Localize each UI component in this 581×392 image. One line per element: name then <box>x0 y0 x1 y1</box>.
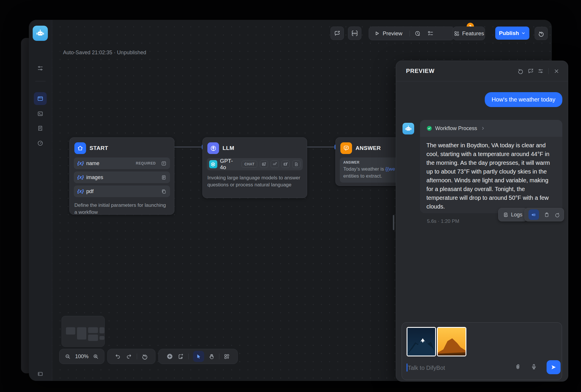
restart-icon <box>517 68 524 74</box>
copy-button[interactable] <box>544 212 550 218</box>
restart-conversation-button[interactable] <box>516 66 526 76</box>
monitor-icon <box>37 140 43 146</box>
start-field-pdf[interactable]: {x} pdf <box>74 186 170 197</box>
logs-icon <box>37 125 43 132</box>
toolbar-divider <box>188 354 189 359</box>
attach-file-button[interactable] <box>514 363 521 370</box>
regenerate-button[interactable] <box>554 212 560 218</box>
sidebar-item-monitoring[interactable] <box>34 137 47 150</box>
audio-capability-icon <box>271 160 279 168</box>
node-start[interactable]: START {x} name REQUIRED {x} images <box>69 137 174 215</box>
preview-panel: PREVIEW <box>396 61 568 382</box>
change-history-icon[interactable] <box>142 353 148 360</box>
send-button[interactable] <box>547 360 561 374</box>
close-preview-button[interactable] <box>552 66 561 76</box>
zoom-in-icon[interactable] <box>93 354 99 360</box>
start-field-images[interactable]: {x} images <box>74 172 170 183</box>
chat-input[interactable] <box>407 362 505 373</box>
logs-icon <box>503 212 509 218</box>
preview-settings-button[interactable] <box>536 66 545 76</box>
publish-button[interactable]: Publish <box>495 27 529 40</box>
run-history-icon[interactable] <box>414 30 421 37</box>
sidebar-item-orchestrate[interactable] <box>34 92 47 105</box>
app-screenshot: Auto-Saved 21:02:35 · Unpublished ENV <box>0 0 581 392</box>
hand-tool-button[interactable] <box>209 354 215 360</box>
header-divider <box>548 68 549 74</box>
send-icon <box>550 364 557 370</box>
speaker-icon <box>531 212 536 218</box>
voice-input-button[interactable] <box>531 363 537 370</box>
copy-icon <box>544 212 550 218</box>
brain-icon <box>207 142 219 154</box>
add-note-icon[interactable] <box>178 353 184 360</box>
version-history-button[interactable] <box>535 27 548 40</box>
zoom-level[interactable]: 100% <box>75 354 88 360</box>
logs-button[interactable]: Logs <box>498 208 527 221</box>
answer-bubble-icon <box>340 142 352 154</box>
undo-icon[interactable] <box>115 353 121 360</box>
redo-icon[interactable] <box>126 353 132 360</box>
preview-title: PREVIEW <box>406 68 435 74</box>
node-title: ANSWER <box>356 145 381 151</box>
zoom-controls: 100% <box>59 349 104 364</box>
node-llm[interactable]: LLM GPT-4o CHAT <box>202 137 307 198</box>
image-capability-icon <box>260 160 268 168</box>
panel-resize-handle[interactable] <box>393 215 394 230</box>
zoom-out-icon[interactable] <box>65 354 71 360</box>
node-description: Define the initial parameters for launch… <box>70 200 174 220</box>
sidebar-item-settings[interactable] <box>34 62 47 75</box>
minimap[interactable] <box>62 316 105 347</box>
add-node-icon[interactable] <box>166 353 173 360</box>
chevron-down-icon <box>521 31 526 35</box>
field-name: pdf <box>86 188 94 195</box>
workflow-process-label: Workflow Process <box>435 125 477 132</box>
field-name: images <box>86 174 103 181</box>
features-button[interactable]: Features <box>453 27 485 40</box>
env-variables-button[interactable]: ENV <box>348 27 361 40</box>
sliders-icon <box>37 65 43 71</box>
speaker-button[interactable] <box>528 209 539 220</box>
checklist-button[interactable] <box>427 30 434 37</box>
run-controls-group: Preview <box>369 27 454 40</box>
annotation-button[interactable] <box>330 27 344 40</box>
llm-model-row[interactable]: GPT-4o CHAT <box>207 158 303 170</box>
close-icon <box>554 68 559 74</box>
pointer-tool-button[interactable] <box>193 351 204 362</box>
sidebar-divider <box>35 81 46 81</box>
bot-message-card: Workflow Process The weather in Boydton,… <box>420 120 562 213</box>
microphone-icon <box>531 363 537 370</box>
edge-llm-to-answer <box>307 147 335 147</box>
node-title: START <box>90 145 108 151</box>
collapse-sidebar-button[interactable] <box>34 368 47 380</box>
chat-input-container <box>402 322 562 380</box>
attachment-thumbnail-sunset[interactable] <box>437 327 466 356</box>
preview-annotation-button[interactable] <box>526 66 536 76</box>
checklist-icon <box>427 30 434 37</box>
chevron-right-icon <box>481 126 485 131</box>
required-badge: REQUIRED <box>136 161 156 165</box>
start-field-name[interactable]: {x} name REQUIRED <box>74 158 170 169</box>
variable-token: {x} <box>77 174 84 180</box>
bot-message-text: The weather in Boydton, VA today is clea… <box>420 137 562 211</box>
collapse-sidebar-icon <box>37 371 43 377</box>
toolbar-divider <box>410 31 410 36</box>
toolbar-divider <box>219 354 219 359</box>
app-logo[interactable] <box>33 26 48 41</box>
video-capability-icon <box>281 160 290 168</box>
attachment-thumbnail-fuji[interactable] <box>407 327 436 356</box>
model-name: GPT-4o <box>220 158 239 171</box>
sidebar-item-logs[interactable] <box>34 122 47 135</box>
env-icon: ENV <box>351 29 358 37</box>
preview-button[interactable]: Preview <box>383 30 402 37</box>
features-label: Features <box>462 30 484 37</box>
node-title: LLM <box>223 145 234 151</box>
sidebar-item-terminal[interactable] <box>34 107 47 120</box>
check-circle-icon <box>426 125 432 131</box>
version-history-icon <box>538 30 545 37</box>
organize-blocks-icon[interactable] <box>224 354 230 360</box>
orchestrate-icon <box>37 95 43 102</box>
annotation-icon <box>528 68 534 74</box>
publish-label: Publish <box>499 30 519 36</box>
workflow-process-row[interactable]: Workflow Process <box>420 120 562 137</box>
answer-variable-token: {{we <box>385 166 395 172</box>
